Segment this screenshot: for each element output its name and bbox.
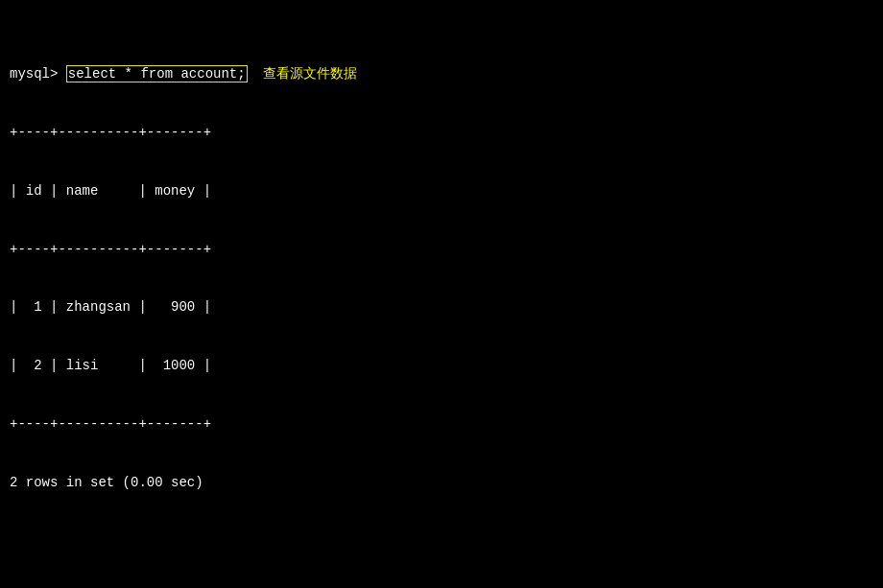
cmd-box-1: select * from account; <box>66 65 248 82</box>
terminal-output: mysql> select * from account; 查看源文件数据 +-… <box>10 6 873 588</box>
table-border-1: +----+----------+-------+ <box>10 123 873 142</box>
line-1: mysql> select * from account; 查看源文件数据 <box>10 64 873 83</box>
table-header: | id | name | money | <box>10 181 873 200</box>
table-border-2: +----+----------+-------+ <box>10 240 873 259</box>
table-row-1: | 1 | zhangsan | 900 | <box>10 297 873 317</box>
table-row-2: | 2 | lisi | 1000 | <box>10 356 873 375</box>
comment-1: 查看源文件数据 <box>248 66 358 82</box>
prompt-1: mysql> <box>10 66 66 82</box>
blank-1 <box>10 531 873 551</box>
table-border-3: +----+----------+-------+ <box>10 414 873 434</box>
result-1: 2 rows in set (0.00 sec) <box>10 473 873 492</box>
